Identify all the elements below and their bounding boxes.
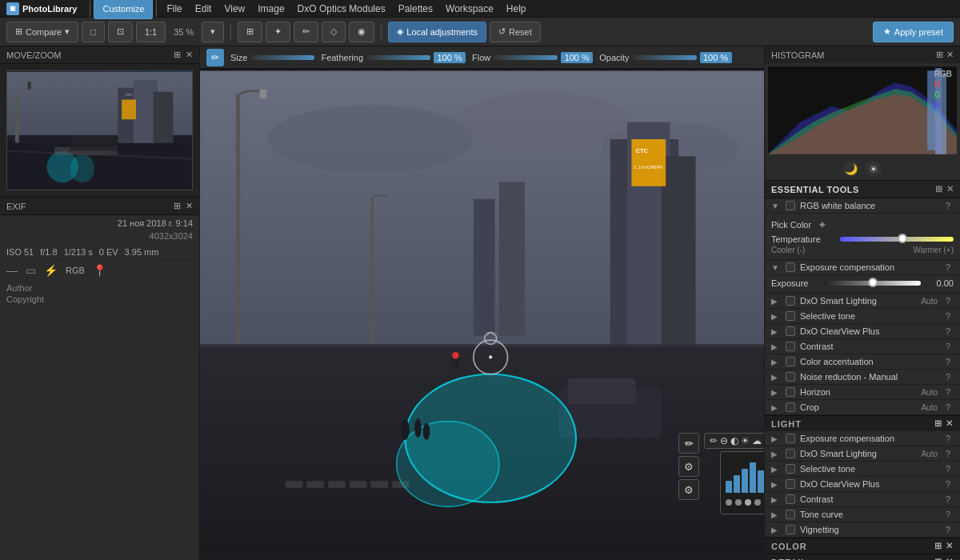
tone-ctrl-2[interactable] xyxy=(735,499,742,506)
pencil-tool-icon[interactable]: ✏ xyxy=(678,433,699,454)
tool-selective-tone[interactable]: ▶ Selective tone ? xyxy=(765,309,960,324)
view-btn[interactable]: ◉ xyxy=(349,22,374,42)
customize-btn[interactable]: Customize xyxy=(94,0,153,19)
detail-close-icon[interactable]: ✕ xyxy=(946,557,954,560)
tool-horizon[interactable]: ▶ Horizon Auto ? xyxy=(765,385,960,400)
shape-btn[interactable]: ◇ xyxy=(322,22,346,42)
dxo-checkbox[interactable] xyxy=(786,296,795,306)
lst-help[interactable]: ? xyxy=(942,464,954,474)
temperature-slider[interactable] xyxy=(840,237,954,242)
ca-help[interactable]: ? xyxy=(942,357,954,366)
detail-expand-icon[interactable]: ⊞ xyxy=(934,557,942,560)
lcv-help[interactable]: ? xyxy=(942,479,954,489)
light-tone-curve[interactable]: ▶ Tone curve ? xyxy=(765,507,960,522)
light-dxo-smart[interactable]: ▶ DxO Smart Lighting Auto ? xyxy=(765,446,960,462)
tone-ctrl-1[interactable] xyxy=(726,499,732,506)
wb-checkbox[interactable] xyxy=(786,201,795,210)
temperature-thumb[interactable] xyxy=(898,234,907,243)
crop-help[interactable]: ? xyxy=(942,402,954,412)
cv-checkbox[interactable] xyxy=(786,326,795,336)
ca-checkbox[interactable] xyxy=(786,357,795,366)
tool-noise-reduction[interactable]: ▶ Noise reduction - Manual ? xyxy=(765,370,960,385)
close-icon[interactable]: ✕ xyxy=(186,50,193,60)
tool-crop[interactable]: ▶ Crop Auto ? xyxy=(765,400,960,415)
brush-subtract-icon[interactable]: ⊖ xyxy=(720,435,728,446)
nr-checkbox[interactable] xyxy=(786,372,795,382)
ltc-help[interactable]: ? xyxy=(942,510,954,519)
exif-close-icon[interactable]: ✕ xyxy=(186,201,193,211)
apply-preset-btn[interactable]: ★ Apply preset xyxy=(873,22,954,42)
light-exp-comp[interactable]: ▶ Exposure compensation ? xyxy=(765,431,960,446)
canvas-area[interactable]: СТС С 19 НОЯБРЯ xyxy=(200,69,764,560)
hist-rgb-label[interactable]: RGB xyxy=(934,70,952,78)
lds-checkbox[interactable] xyxy=(786,449,795,458)
lv-checkbox[interactable] xyxy=(786,525,795,534)
light-expand-icon[interactable]: ⊞ xyxy=(934,418,942,429)
lc-help[interactable]: ? xyxy=(942,494,954,504)
color-expand-icon[interactable]: ⊞ xyxy=(934,541,942,551)
square-view-btn[interactable]: □ xyxy=(82,22,105,42)
brush-opacity-slider[interactable] xyxy=(633,55,697,60)
expand-icon[interactable]: ⊞ xyxy=(174,50,181,60)
tone-ctrl-4[interactable] xyxy=(754,499,761,506)
wb-eyedropper-icon[interactable]: ✦ xyxy=(818,218,827,231)
menu-image[interactable]: Image xyxy=(251,0,290,17)
sel-help[interactable]: ? xyxy=(942,311,954,321)
light-selective-tone[interactable]: ▶ Selective tone ? xyxy=(765,462,960,477)
brush-feathering-slider[interactable] xyxy=(366,55,430,60)
light-clearview[interactable]: ▶ DxO ClearView Plus ? xyxy=(765,477,960,492)
contrast-help[interactable]: ? xyxy=(942,342,954,351)
local-adjustments-btn[interactable]: ◈ Local adjustments xyxy=(388,22,486,42)
menu-edit[interactable]: Edit xyxy=(189,0,218,17)
lc-checkbox[interactable] xyxy=(786,494,795,504)
wb-help[interactable]: ? xyxy=(942,201,954,210)
gear-icon[interactable]: ⚙ xyxy=(678,456,699,477)
brush-moon-icon[interactable]: ◐ xyxy=(730,435,738,446)
nr-help[interactable]: ? xyxy=(942,372,954,382)
tone-ctrl-3[interactable] xyxy=(745,499,751,506)
brush-icon[interactable]: ✏ xyxy=(206,49,224,66)
ltc-checkbox[interactable] xyxy=(786,510,795,519)
menu-help[interactable]: Help xyxy=(500,0,533,17)
hor-checkbox[interactable] xyxy=(786,387,795,397)
dxo-help[interactable]: ? xyxy=(942,296,954,306)
compare-btn[interactable]: ⊞ Compare ▾ xyxy=(6,22,78,42)
brush-sun-icon[interactable]: ☀ xyxy=(741,435,750,446)
ratio-btn[interactable]: 1:1 xyxy=(136,22,166,42)
essential-expand-icon[interactable]: ⊞ xyxy=(935,184,943,194)
brush-size-slider[interactable] xyxy=(250,55,314,60)
lec-help[interactable]: ? xyxy=(942,434,954,443)
lst-checkbox[interactable] xyxy=(786,464,795,474)
light-close-icon[interactable]: ✕ xyxy=(946,418,954,429)
reset-btn[interactable]: ↺ Reset xyxy=(490,22,541,42)
exposure-slider[interactable] xyxy=(824,281,921,286)
hist-g-label[interactable]: G xyxy=(934,90,952,99)
light-vignetting[interactable]: ▶ Vignetting ? xyxy=(765,522,960,538)
hist-expand-icon[interactable]: ⊞ xyxy=(936,50,943,60)
sun-icon[interactable]: ☀ xyxy=(866,161,882,177)
sel-checkbox[interactable] xyxy=(786,311,795,321)
hor-help[interactable]: ? xyxy=(942,387,954,397)
eyedropper-btn[interactable]: ✦ xyxy=(266,22,290,42)
exposure-thumb[interactable] xyxy=(868,278,878,287)
hist-close-icon[interactable]: ✕ xyxy=(946,50,954,60)
settings-icon[interactable]: ⚙ xyxy=(678,479,699,500)
lec-checkbox[interactable] xyxy=(786,434,795,443)
hist-b-label[interactable]: B xyxy=(934,101,952,110)
cv-help[interactable]: ? xyxy=(942,326,954,336)
menu-file[interactable]: File xyxy=(160,0,188,17)
tool-color-accentuation[interactable]: ▶ Color accentuation ? xyxy=(765,354,960,370)
brush-cloud-icon[interactable]: ☁ xyxy=(752,435,762,446)
color-close-icon[interactable]: ✕ xyxy=(946,541,954,551)
lcv-checkbox[interactable] xyxy=(786,479,795,489)
exif-expand-icon[interactable]: ⊞ xyxy=(174,201,181,211)
menu-workspace[interactable]: Workspace xyxy=(439,0,500,17)
crop-checkbox[interactable] xyxy=(786,402,795,412)
tool-clearview[interactable]: ▶ DxO ClearView Plus ? xyxy=(765,324,960,339)
lv-help[interactable]: ? xyxy=(942,525,954,534)
menu-view[interactable]: View xyxy=(218,0,251,17)
tool-dxo-smart-lighting[interactable]: ▶ DxO Smart Lighting Auto ? xyxy=(765,294,960,309)
tool-contrast[interactable]: ▶ Contrast ? xyxy=(765,339,960,354)
draw-btn[interactable]: ✏ xyxy=(294,22,318,42)
light-contrast[interactable]: ▶ Contrast ? xyxy=(765,492,960,507)
